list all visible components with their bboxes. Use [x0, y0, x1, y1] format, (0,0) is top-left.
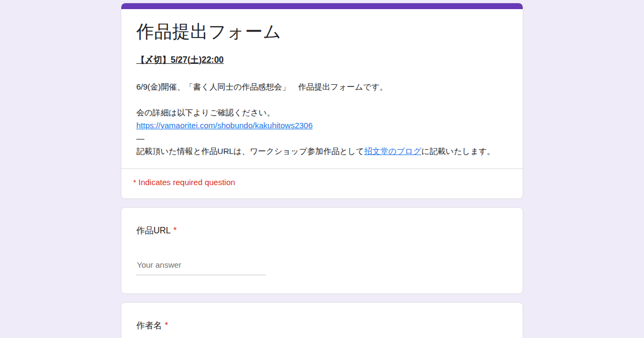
- form-description: 6/9(金)開催、「書く人同士の作品感想会」 作品提出フォームです。 会の詳細は…: [136, 80, 508, 158]
- blog-link[interactable]: 招文堂のブログ: [364, 146, 421, 156]
- required-asterisk: *: [173, 226, 177, 235]
- description-line: 記載頂いた情報と作品URLは、ワークショップ参加作品として招文堂のブログに記載い…: [136, 145, 508, 158]
- description-dash: —: [136, 132, 508, 145]
- question-card-work-url: 作品URL*: [121, 207, 523, 294]
- form-header-card: 作品提出フォーム 【〆切】5/27(土)22:00 6/9(金)開催、「書く人同…: [121, 3, 523, 199]
- question-label: 作者名*: [136, 320, 508, 331]
- question-label-text: 作品URL: [136, 226, 171, 235]
- description-text: に記載いたします。: [421, 146, 495, 156]
- description-text: 記載頂いた情報と作品URLは、ワークショップ参加作品として: [136, 146, 364, 156]
- question-card-author-name: 作者名*: [121, 302, 523, 338]
- required-question-note: * Indicates required question: [121, 169, 523, 199]
- description-line: 6/9(金)開催、「書く人同士の作品感想会」 作品提出フォームです。: [136, 80, 508, 93]
- form-header-content: 作品提出フォーム 【〆切】5/27(土)22:00 6/9(金)開催、「書く人同…: [121, 9, 523, 158]
- work-url-input[interactable]: [136, 260, 266, 275]
- event-details-link[interactable]: https://yamaoritei.com/shobundo/kakuhito…: [136, 121, 313, 130]
- form-column: 作品提出フォーム 【〆切】5/27(土)22:00 6/9(金)開催、「書く人同…: [121, 0, 523, 338]
- deadline-text: 【〆切】5/27(土)22:00: [136, 55, 508, 66]
- form-accent-bar: [121, 3, 523, 9]
- question-label-text: 作者名: [136, 321, 162, 330]
- description-blank-line: [136, 93, 508, 106]
- description-line: 会の詳細は以下よりご確認ください。: [136, 106, 508, 119]
- question-label: 作品URL*: [136, 225, 508, 236]
- form-title: 作品提出フォーム: [136, 23, 508, 41]
- required-asterisk: *: [165, 321, 168, 330]
